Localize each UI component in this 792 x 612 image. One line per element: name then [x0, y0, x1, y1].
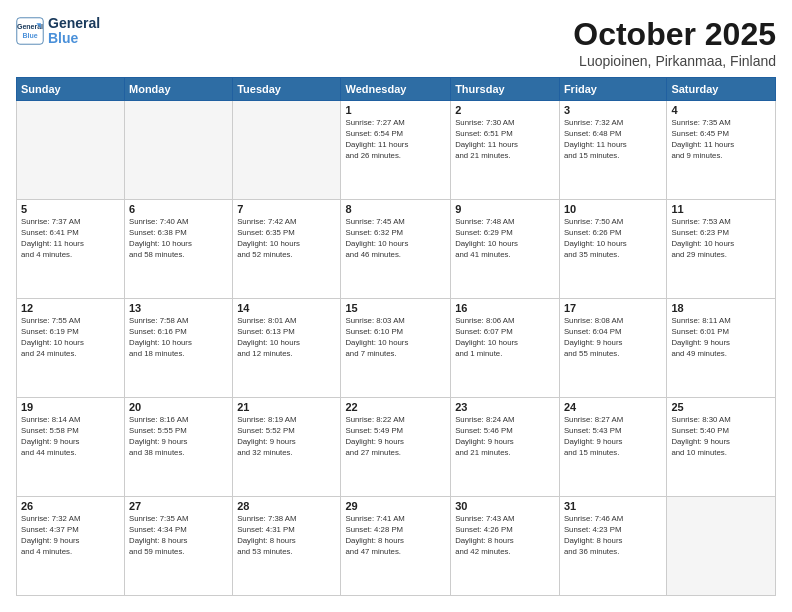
day-info: Sunrise: 7:48 AM Sunset: 6:29 PM Dayligh… — [455, 217, 555, 261]
calendar-cell: 6Sunrise: 7:40 AM Sunset: 6:38 PM Daylig… — [125, 200, 233, 299]
day-info: Sunrise: 7:32 AM Sunset: 6:48 PM Dayligh… — [564, 118, 662, 162]
day-info: Sunrise: 7:58 AM Sunset: 6:16 PM Dayligh… — [129, 316, 228, 360]
day-info: Sunrise: 7:41 AM Sunset: 4:28 PM Dayligh… — [345, 514, 446, 558]
month-title: October 2025 — [573, 16, 776, 53]
page: General Blue General Blue October 2025 L… — [0, 0, 792, 612]
day-info: Sunrise: 8:19 AM Sunset: 5:52 PM Dayligh… — [237, 415, 336, 459]
day-number: 31 — [564, 500, 662, 512]
title-block: October 2025 Luopioinen, Pirkanmaa, Finl… — [573, 16, 776, 69]
day-number: 2 — [455, 104, 555, 116]
day-number: 22 — [345, 401, 446, 413]
day-info: Sunrise: 8:01 AM Sunset: 6:13 PM Dayligh… — [237, 316, 336, 360]
day-info: Sunrise: 8:14 AM Sunset: 5:58 PM Dayligh… — [21, 415, 120, 459]
calendar-cell: 2Sunrise: 7:30 AM Sunset: 6:51 PM Daylig… — [451, 101, 560, 200]
day-info: Sunrise: 8:06 AM Sunset: 6:07 PM Dayligh… — [455, 316, 555, 360]
weekday-monday: Monday — [125, 78, 233, 101]
week-row-5: 26Sunrise: 7:32 AM Sunset: 4:37 PM Dayli… — [17, 497, 776, 596]
day-info: Sunrise: 8:27 AM Sunset: 5:43 PM Dayligh… — [564, 415, 662, 459]
day-number: 4 — [671, 104, 771, 116]
day-info: Sunrise: 8:11 AM Sunset: 6:01 PM Dayligh… — [671, 316, 771, 360]
weekday-friday: Friday — [559, 78, 666, 101]
week-row-3: 12Sunrise: 7:55 AM Sunset: 6:19 PM Dayli… — [17, 299, 776, 398]
calendar-cell: 25Sunrise: 8:30 AM Sunset: 5:40 PM Dayli… — [667, 398, 776, 497]
calendar-cell: 27Sunrise: 7:35 AM Sunset: 4:34 PM Dayli… — [125, 497, 233, 596]
day-number: 11 — [671, 203, 771, 215]
day-number: 8 — [345, 203, 446, 215]
svg-text:Blue: Blue — [22, 32, 37, 39]
day-number: 1 — [345, 104, 446, 116]
day-number: 20 — [129, 401, 228, 413]
day-info: Sunrise: 7:35 AM Sunset: 4:34 PM Dayligh… — [129, 514, 228, 558]
calendar-cell: 20Sunrise: 8:16 AM Sunset: 5:55 PM Dayli… — [125, 398, 233, 497]
calendar-cell: 19Sunrise: 8:14 AM Sunset: 5:58 PM Dayli… — [17, 398, 125, 497]
day-number: 28 — [237, 500, 336, 512]
calendar-cell: 8Sunrise: 7:45 AM Sunset: 6:32 PM Daylig… — [341, 200, 451, 299]
day-info: Sunrise: 7:40 AM Sunset: 6:38 PM Dayligh… — [129, 217, 228, 261]
logo: General Blue General Blue — [16, 16, 100, 47]
day-number: 19 — [21, 401, 120, 413]
day-number: 6 — [129, 203, 228, 215]
calendar-cell — [233, 101, 341, 200]
calendar-cell — [125, 101, 233, 200]
day-number: 25 — [671, 401, 771, 413]
week-row-1: 1Sunrise: 7:27 AM Sunset: 6:54 PM Daylig… — [17, 101, 776, 200]
day-number: 7 — [237, 203, 336, 215]
calendar-cell: 23Sunrise: 8:24 AM Sunset: 5:46 PM Dayli… — [451, 398, 560, 497]
day-info: Sunrise: 8:22 AM Sunset: 5:49 PM Dayligh… — [345, 415, 446, 459]
day-number: 21 — [237, 401, 336, 413]
calendar-cell: 18Sunrise: 8:11 AM Sunset: 6:01 PM Dayli… — [667, 299, 776, 398]
day-number: 9 — [455, 203, 555, 215]
day-info: Sunrise: 7:50 AM Sunset: 6:26 PM Dayligh… — [564, 217, 662, 261]
calendar-cell: 13Sunrise: 7:58 AM Sunset: 6:16 PM Dayli… — [125, 299, 233, 398]
week-row-4: 19Sunrise: 8:14 AM Sunset: 5:58 PM Dayli… — [17, 398, 776, 497]
day-number: 12 — [21, 302, 120, 314]
day-info: Sunrise: 8:16 AM Sunset: 5:55 PM Dayligh… — [129, 415, 228, 459]
calendar-cell: 4Sunrise: 7:35 AM Sunset: 6:45 PM Daylig… — [667, 101, 776, 200]
day-info: Sunrise: 7:30 AM Sunset: 6:51 PM Dayligh… — [455, 118, 555, 162]
logo-icon: General Blue — [16, 17, 44, 45]
calendar-cell: 15Sunrise: 8:03 AM Sunset: 6:10 PM Dayli… — [341, 299, 451, 398]
day-info: Sunrise: 7:53 AM Sunset: 6:23 PM Dayligh… — [671, 217, 771, 261]
calendar-cell: 12Sunrise: 7:55 AM Sunset: 6:19 PM Dayli… — [17, 299, 125, 398]
day-number: 10 — [564, 203, 662, 215]
logo-blue: Blue — [48, 31, 100, 46]
weekday-thursday: Thursday — [451, 78, 560, 101]
calendar-cell: 11Sunrise: 7:53 AM Sunset: 6:23 PM Dayli… — [667, 200, 776, 299]
day-number: 18 — [671, 302, 771, 314]
calendar-cell: 26Sunrise: 7:32 AM Sunset: 4:37 PM Dayli… — [17, 497, 125, 596]
calendar-cell: 14Sunrise: 8:01 AM Sunset: 6:13 PM Dayli… — [233, 299, 341, 398]
calendar-cell: 10Sunrise: 7:50 AM Sunset: 6:26 PM Dayli… — [559, 200, 666, 299]
day-number: 26 — [21, 500, 120, 512]
weekday-sunday: Sunday — [17, 78, 125, 101]
weekday-wednesday: Wednesday — [341, 78, 451, 101]
day-info: Sunrise: 7:27 AM Sunset: 6:54 PM Dayligh… — [345, 118, 446, 162]
day-info: Sunrise: 7:42 AM Sunset: 6:35 PM Dayligh… — [237, 217, 336, 261]
header: General Blue General Blue October 2025 L… — [16, 16, 776, 69]
day-number: 17 — [564, 302, 662, 314]
day-info: Sunrise: 7:55 AM Sunset: 6:19 PM Dayligh… — [21, 316, 120, 360]
day-number: 29 — [345, 500, 446, 512]
day-info: Sunrise: 7:38 AM Sunset: 4:31 PM Dayligh… — [237, 514, 336, 558]
day-info: Sunrise: 8:08 AM Sunset: 6:04 PM Dayligh… — [564, 316, 662, 360]
day-number: 23 — [455, 401, 555, 413]
calendar-cell — [667, 497, 776, 596]
week-row-2: 5Sunrise: 7:37 AM Sunset: 6:41 PM Daylig… — [17, 200, 776, 299]
day-info: Sunrise: 8:24 AM Sunset: 5:46 PM Dayligh… — [455, 415, 555, 459]
calendar-cell: 3Sunrise: 7:32 AM Sunset: 6:48 PM Daylig… — [559, 101, 666, 200]
calendar-cell: 17Sunrise: 8:08 AM Sunset: 6:04 PM Dayli… — [559, 299, 666, 398]
calendar-cell: 9Sunrise: 7:48 AM Sunset: 6:29 PM Daylig… — [451, 200, 560, 299]
calendar-cell: 30Sunrise: 7:43 AM Sunset: 4:26 PM Dayli… — [451, 497, 560, 596]
day-info: Sunrise: 8:03 AM Sunset: 6:10 PM Dayligh… — [345, 316, 446, 360]
calendar-cell: 16Sunrise: 8:06 AM Sunset: 6:07 PM Dayli… — [451, 299, 560, 398]
weekday-saturday: Saturday — [667, 78, 776, 101]
calendar-cell: 7Sunrise: 7:42 AM Sunset: 6:35 PM Daylig… — [233, 200, 341, 299]
day-number: 5 — [21, 203, 120, 215]
day-number: 16 — [455, 302, 555, 314]
location-title: Luopioinen, Pirkanmaa, Finland — [573, 53, 776, 69]
day-info: Sunrise: 7:45 AM Sunset: 6:32 PM Dayligh… — [345, 217, 446, 261]
calendar-table: SundayMondayTuesdayWednesdayThursdayFrid… — [16, 77, 776, 596]
day-number: 14 — [237, 302, 336, 314]
day-info: Sunrise: 7:35 AM Sunset: 6:45 PM Dayligh… — [671, 118, 771, 162]
calendar-cell: 31Sunrise: 7:46 AM Sunset: 4:23 PM Dayli… — [559, 497, 666, 596]
day-info: Sunrise: 8:30 AM Sunset: 5:40 PM Dayligh… — [671, 415, 771, 459]
